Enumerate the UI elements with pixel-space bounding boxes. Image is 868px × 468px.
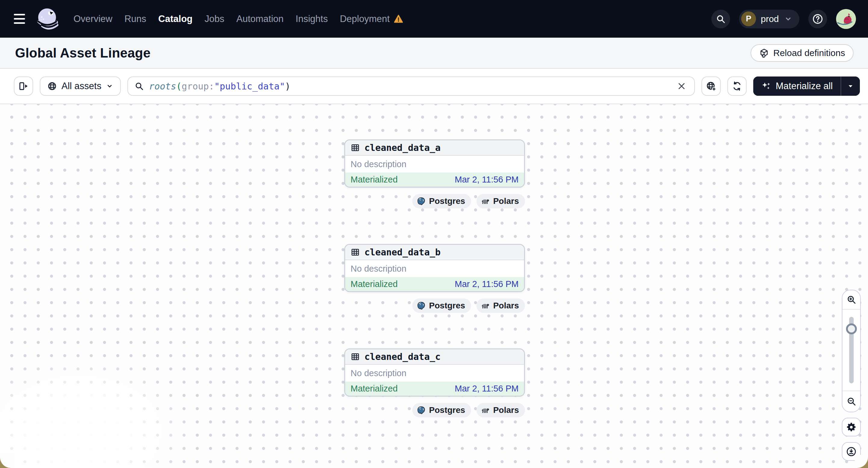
close-icon [677, 81, 687, 91]
materialization-status: Materialized [350, 384, 398, 394]
materialization-timestamp[interactable]: Mar 2, 11:56 PM [455, 279, 519, 289]
help-button[interactable] [808, 10, 827, 28]
polars-logo-icon [481, 301, 490, 310]
tag-polars[interactable]: Polars [476, 403, 525, 417]
nav-item-deployment[interactable]: Deployment [340, 13, 403, 24]
chevron-down-icon [106, 82, 114, 90]
chevron-down-icon [784, 14, 793, 24]
polars-logo-icon [481, 197, 490, 206]
asset-node-cleaned-data-c: cleaned_data_c No description Materializ… [344, 348, 525, 417]
nav-item-automation[interactable]: Automation [237, 13, 284, 24]
tag-postgres[interactable]: Postgres [412, 194, 471, 209]
deployment-warning-icon [393, 14, 404, 24]
view-global-lineage-button[interactable] [702, 76, 721, 96]
caret-down-icon [846, 82, 855, 91]
nav-right-cluster: P prod [711, 9, 856, 29]
asset-card-header: cleaned_data_c [345, 349, 524, 365]
polars-logo-icon [481, 406, 490, 415]
clear-query-button[interactable] [674, 79, 689, 93]
table-asset-icon [350, 143, 360, 152]
environment-switcher[interactable]: P prod [739, 10, 799, 28]
table-asset-icon [350, 352, 360, 362]
materialize-all-button[interactable]: Materialize all [753, 76, 841, 96]
asset-card-footer: Materialized Mar 2, 11:56 PM [345, 381, 524, 396]
reload-definitions-button[interactable]: Reload definitions [750, 44, 854, 62]
nav-item-runs[interactable]: Runs [124, 13, 146, 24]
tag-postgres[interactable]: Postgres [412, 299, 471, 313]
materialization-timestamp[interactable]: Mar 2, 11:56 PM [455, 384, 519, 394]
materialize-split-button: Materialize all [753, 76, 860, 96]
zoom-in-icon [846, 294, 857, 305]
asset-node-cleaned-data-b: cleaned_data_b No description Materializ… [344, 244, 525, 313]
asset-scope-dropdown[interactable]: All assets [40, 76, 121, 96]
materialization-status: Materialized [350, 279, 398, 289]
postgres-logo-icon [416, 301, 426, 311]
asset-card-header: cleaned_data_a [345, 141, 524, 156]
open-left-panel-button[interactable] [14, 76, 33, 96]
materialization-timestamp[interactable]: Mar 2, 11:56 PM [455, 175, 519, 185]
tag-postgres[interactable]: Postgres [412, 403, 471, 417]
postgres-logo-icon [416, 406, 426, 415]
lineage-canvas[interactable]: cleaned_data_a No description Materializ… [0, 104, 868, 468]
asset-card-body: No description [345, 365, 524, 381]
asset-description: No description [350, 264, 406, 274]
asset-name: cleaned_data_b [365, 247, 441, 257]
search-icon [715, 13, 726, 24]
top-nav: Overview Runs Catalog Jobs Automation In… [0, 0, 868, 38]
page-title: Global Asset Lineage [15, 45, 151, 61]
materialization-status: Materialized [350, 175, 398, 185]
asset-name: cleaned_data_a [365, 143, 441, 153]
hamburger-menu-button[interactable] [14, 13, 27, 25]
zoom-controls [842, 290, 861, 412]
avatar-cardinal-image [836, 9, 856, 29]
asset-tags: Postgres [344, 403, 525, 417]
reload-code-location-icon [759, 48, 769, 58]
lineage-toolbar: All assets roots(group:"public_data") [0, 69, 868, 104]
nav-item-jobs[interactable]: Jobs [205, 13, 224, 24]
asset-card-header: cleaned_data_b [345, 245, 524, 260]
window-corner-left [0, 455, 13, 468]
asset-card-footer: Materialized Mar 2, 11:56 PM [345, 277, 524, 291]
zoom-out-button[interactable] [842, 391, 860, 412]
asset-description: No description [350, 159, 406, 169]
gear-icon [846, 422, 857, 433]
tag-polars[interactable]: Polars [476, 194, 525, 209]
globe-plus-icon [706, 81, 716, 92]
asset-node-cleaned-data-a: cleaned_data_a No description Materializ… [344, 139, 525, 209]
refresh-button[interactable] [727, 76, 747, 96]
nav-item-insights[interactable]: Insights [296, 13, 328, 24]
environment-label: prod [761, 14, 779, 24]
global-search-button[interactable] [711, 10, 730, 28]
table-asset-icon [350, 248, 360, 257]
download-graph-button[interactable] [842, 442, 861, 461]
zoom-out-icon [846, 396, 857, 407]
zoom-in-button[interactable] [842, 290, 860, 310]
asset-card[interactable]: cleaned_data_a No description Materializ… [344, 139, 525, 188]
zoom-slider [842, 310, 860, 391]
canvas-corner-glow [0, 353, 193, 468]
zoom-slider-thumb[interactable] [846, 323, 857, 334]
user-avatar[interactable] [836, 9, 856, 29]
asset-selection-input[interactable]: roots(group:"public_data") [127, 76, 695, 96]
graph-settings-button[interactable] [842, 418, 861, 436]
nav-item-overview[interactable]: Overview [73, 13, 112, 24]
help-icon [812, 13, 824, 25]
dagster-app: Overview Runs Catalog Jobs Automation In… [0, 0, 868, 468]
dagster-octopus-icon [35, 6, 61, 32]
asset-card[interactable]: cleaned_data_c No description Materializ… [344, 348, 525, 397]
asset-card[interactable]: cleaned_data_b No description Materializ… [344, 244, 525, 292]
asset-selection-query: roots(group:"public_data") [149, 81, 291, 92]
refresh-icon [732, 81, 742, 92]
asset-name: cleaned_data_c [365, 351, 441, 362]
asset-description: No description [350, 368, 406, 378]
environment-avatar: P [741, 11, 756, 26]
globe-icon [47, 81, 57, 91]
search-icon [134, 81, 144, 91]
asset-card-footer: Materialized Mar 2, 11:56 PM [345, 173, 524, 187]
expand-panel-icon [18, 81, 29, 92]
nav-item-catalog[interactable]: Catalog [158, 13, 193, 24]
materialize-options-caret[interactable] [841, 76, 860, 96]
tag-polars[interactable]: Polars [476, 299, 525, 313]
postgres-logo-icon [416, 197, 426, 206]
dagster-logo[interactable] [35, 6, 61, 32]
